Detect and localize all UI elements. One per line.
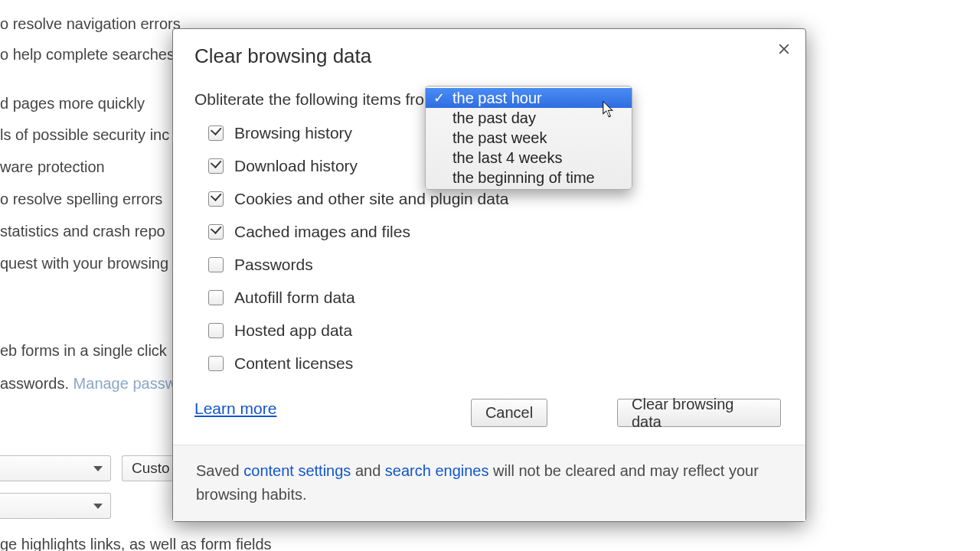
clear-browsing-data-button[interactable]: Clear browsing data (617, 399, 781, 427)
bg-text: eb forms in a single click (0, 342, 167, 360)
bg-text: quest with your browsing (0, 255, 168, 272)
option-label: Passwords (234, 256, 313, 274)
option-row[interactable]: Cached images and files (208, 223, 508, 241)
bg-text: asswords. Manage passw (0, 375, 176, 393)
time-range-option[interactable]: the past hour (426, 88, 632, 108)
time-range-option[interactable]: the beginning of time (426, 168, 632, 187)
checkbox[interactable] (208, 191, 224, 207)
checkbox[interactable] (208, 158, 224, 174)
bg-text: o help complete searches (0, 46, 175, 64)
option-row[interactable]: Autofill form data (208, 289, 508, 307)
bg-select[interactable] (0, 493, 111, 519)
chevron-down-icon (93, 504, 103, 509)
option-label: Content licenses (234, 354, 353, 373)
obliterate-prompt: Obliterate the following items from: (194, 90, 442, 109)
bg-text: ge highlights links, as well as form fie… (0, 536, 272, 551)
close-icon (778, 43, 790, 55)
bg-text: statistics and crash repo (0, 223, 165, 240)
learn-more-link[interactable]: Learn more (194, 399, 276, 418)
bg-text: o resolve navigation errors (0, 15, 181, 33)
dialog-title: Clear browsing data (194, 44, 371, 68)
time-range-option[interactable]: the past week (426, 128, 632, 148)
bg-select-label: Custo (132, 460, 170, 477)
chevron-down-icon (93, 466, 103, 471)
option-row[interactable]: Passwords (208, 256, 508, 274)
bg-text: ls of possible security inc (0, 126, 169, 144)
option-label: Cookies and other site and plugin data (234, 190, 508, 208)
bg-text: o resolve spelling errors (0, 191, 162, 208)
search-engines-link[interactable]: search engines (385, 462, 489, 479)
option-label: Cached images and files (234, 223, 410, 241)
manage-passwords-link[interactable]: Manage passw (74, 375, 177, 392)
checkbox[interactable] (208, 224, 224, 240)
checkbox[interactable] (208, 356, 224, 371)
option-label: Autofill form data (234, 289, 355, 307)
option-label: Browsing history (234, 124, 352, 142)
checkbox[interactable] (208, 257, 224, 272)
bg-select[interactable] (0, 455, 111, 481)
dialog-footer: Saved content settings and search engine… (173, 445, 805, 521)
content-settings-link[interactable]: content settings (243, 462, 351, 479)
time-range-option[interactable]: the past day (426, 108, 632, 128)
cancel-button[interactable]: Cancel (471, 399, 547, 427)
option-label: Download history (234, 157, 358, 175)
option-row[interactable]: Content licenses (208, 354, 508, 373)
time-range-dropdown[interactable]: the past hourthe past daythe past weekth… (425, 86, 632, 190)
time-range-option[interactable]: the last 4 weeks (426, 148, 632, 168)
option-row[interactable]: Cookies and other site and plugin data (208, 190, 508, 208)
option-row[interactable]: Hosted app data (208, 321, 508, 340)
checkbox[interactable] (208, 126, 224, 141)
checkbox[interactable] (208, 290, 224, 305)
close-button[interactable] (773, 38, 795, 60)
bg-text: d pages more quickly (0, 95, 145, 112)
option-label: Hosted app data (234, 321, 352, 340)
checkbox[interactable] (208, 323, 224, 338)
bg-text: ware protection (0, 158, 105, 176)
